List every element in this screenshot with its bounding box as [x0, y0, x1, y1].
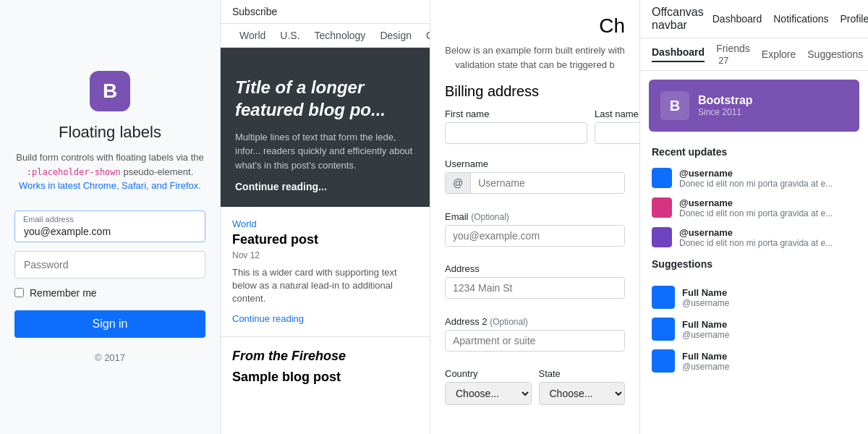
subscribe-bar: Subscribe — [221, 0, 430, 24]
svg-rect-3 — [652, 286, 675, 309]
bootstrap-card: B Bootstrap Since 2011 — [649, 80, 859, 132]
last-name-input[interactable] — [595, 122, 640, 144]
bootstrap-icon: B — [90, 71, 130, 111]
update-item-1: @username Donec id elit non mi porta gra… — [640, 193, 868, 223]
billing-email-input[interactable] — [445, 225, 625, 247]
update-text-1: @username Donec id elit non mi porta gra… — [679, 197, 833, 218]
tab-us[interactable]: U.S. — [273, 24, 307, 47]
offcanvas-title: Offcanvas navbar — [652, 6, 704, 32]
country-select[interactable]: Choose... — [445, 382, 532, 405]
featured-title: Title of a longer featured blog po... — [235, 76, 415, 121]
suggestions-section: Full Name @username Full Name @username … — [640, 276, 868, 383]
email-group: Email (Optional) — [445, 211, 625, 257]
nav-link-profile[interactable]: Profile — [841, 13, 868, 25]
remember-label: Remember me — [30, 287, 97, 299]
avatar-0 — [652, 168, 672, 188]
tab-culture[interactable]: Cult... — [419, 24, 430, 47]
update-text-2: @username Donec id elit non mi porta gra… — [679, 227, 833, 248]
svg-rect-2 — [652, 227, 672, 247]
sign-in-button[interactable]: Sign in — [14, 310, 205, 338]
featured-card: Title of a longer featured blog po... Mu… — [221, 48, 430, 207]
state-group: State Choose... — [539, 368, 626, 405]
svg-rect-1 — [652, 197, 672, 218]
tab-world[interactable]: World — [232, 24, 273, 47]
address-input[interactable] — [445, 277, 625, 299]
country-group: Country Choose... — [445, 368, 532, 405]
update-item-0: @username Donec id elit non mi porta gra… — [640, 163, 868, 193]
address2-input[interactable] — [445, 330, 625, 352]
update-item-2: @username Donec id elit non mi porta gra… — [640, 223, 868, 252]
bootstrap-logo: B — [660, 91, 689, 120]
suggest-avatar-0 — [652, 286, 675, 309]
bootstrap-name: Bootstrap — [698, 94, 753, 107]
username-input[interactable] — [471, 173, 624, 193]
post-body: This is a wider card with supporting tex… — [232, 266, 418, 306]
state-select[interactable]: Choose... — [539, 382, 626, 405]
username-group: Username @ — [445, 158, 625, 204]
address2-group: Address 2 (Optional) — [445, 316, 625, 362]
sample-post-title: Sample blog post — [232, 370, 418, 385]
description-link[interactable]: Works in latest Chrome, Safari, and Fire… — [19, 180, 201, 191]
first-name-input[interactable] — [445, 122, 587, 144]
avatar-2 — [652, 227, 672, 247]
secondary-nav: Dashboard Friends 27 Explore Suggestions… — [640, 38, 868, 71]
post-date: Nov 12 — [232, 250, 418, 260]
nav-link-notifications[interactable]: Notifications — [773, 13, 828, 25]
tab-technology[interactable]: Technology — [307, 24, 373, 47]
suggest-text-0: Full Name @username — [682, 287, 730, 308]
firehose-title: From the Firehose — [232, 349, 418, 364]
sec-tab-suggestions[interactable]: Suggestions — [807, 48, 863, 60]
address-group: Address — [445, 263, 625, 309]
suggestion-0: Full Name @username — [640, 281, 868, 313]
update-text-0: @username Donec id elit non mi porta gra… — [679, 168, 833, 189]
recent-updates-title: Recent updates — [640, 140, 868, 163]
form-panel: Ch Below is an example form built entire… — [430, 0, 640, 434]
ch-desc: Below is an example form built entirely … — [445, 43, 625, 72]
nav-link-dashboard[interactable]: Dashboard — [712, 13, 762, 25]
navbar-links: Dashboard Notifications Profile — [712, 13, 868, 25]
sec-tab-friends[interactable]: Friends 27 — [716, 43, 750, 66]
svg-rect-4 — [652, 318, 675, 341]
suggest-avatar-2 — [652, 349, 675, 373]
svg-rect-5 — [652, 349, 675, 373]
name-row: First name Last name — [445, 109, 625, 151]
suggestions-title: Suggestions — [640, 252, 868, 276]
username-input-group: @ — [445, 172, 625, 194]
tab-design[interactable]: Design — [373, 24, 419, 47]
svg-rect-0 — [652, 168, 672, 188]
blog-panel: Subscribe World U.S. Technology Design C… — [221, 0, 430, 434]
panel-title: Floating labels — [59, 123, 161, 142]
suggest-text-2: Full Name @username — [682, 351, 730, 372]
panel-description: Build form controls with floating labels… — [14, 150, 205, 193]
bootstrap-info: Bootstrap Since 2011 — [698, 94, 753, 117]
sec-tab-explore[interactable]: Explore — [762, 48, 796, 60]
sec-tab-dashboard[interactable]: Dashboard — [652, 46, 705, 62]
suggestion-1: Full Name @username — [640, 313, 868, 345]
firehose-section: From the Firehose Sample blog post — [221, 337, 430, 396]
username-prefix: @ — [446, 173, 471, 193]
remember-row: Remember me — [14, 287, 205, 299]
suggestion-2: Full Name @username — [640, 345, 868, 377]
post-continue-link[interactable]: Continue reading — [232, 313, 304, 324]
last-name-group: Last name — [595, 109, 640, 144]
blog-nav-tabs: World U.S. Technology Design Cult... — [221, 24, 430, 48]
featured-continue[interactable]: Continue reading... — [235, 181, 415, 192]
post-category: World — [232, 218, 418, 229]
avatar-1 — [652, 197, 672, 218]
suggest-avatar-1 — [652, 318, 675, 341]
post-title: Featured post — [232, 232, 418, 247]
offcanvas-header: Offcanvas navbar Dashboard Notifications… — [640, 0, 868, 38]
email-field: Email address — [14, 210, 205, 242]
offcanvas-panel: Offcanvas navbar Dashboard Notifications… — [640, 0, 868, 434]
ch-title: Ch — [445, 14, 625, 38]
password-input[interactable] — [14, 251, 205, 278]
featured-body: Multiple lines of text that form the led… — [235, 130, 415, 173]
first-name-group: First name — [445, 109, 587, 144]
suggest-text-1: Full Name @username — [682, 319, 730, 340]
billing-title: Billing address — [445, 83, 625, 100]
password-field — [14, 251, 205, 278]
bootstrap-since: Since 2011 — [698, 107, 753, 117]
blog-post-card: World Featured post Nov 12 This is a wid… — [221, 207, 430, 337]
remember-checkbox[interactable] — [14, 288, 24, 297]
copyright: © 2017 — [95, 352, 125, 363]
